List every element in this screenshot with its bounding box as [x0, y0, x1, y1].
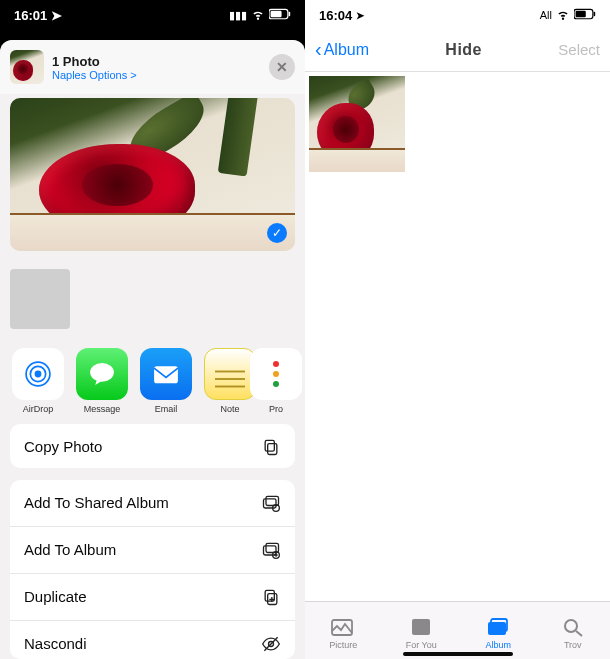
chevron-left-icon: ‹	[315, 38, 322, 61]
close-button[interactable]: ✕	[269, 54, 295, 80]
svg-line-31	[576, 631, 582, 636]
action-group-main: Add To Shared Album Add To Album Duplica…	[10, 480, 295, 659]
status-bar-right: 16:04 ➤ All	[305, 0, 610, 28]
app-messages[interactable]: Message	[74, 348, 130, 414]
back-button[interactable]: ‹ Album	[315, 38, 369, 61]
add-shared-album-action[interactable]: Add To Shared Album	[10, 480, 295, 527]
share-sheet-header: 1 Photo Naples Options > ✕	[0, 40, 305, 94]
app-airdrop[interactable]: AirDrop	[10, 348, 66, 414]
svg-rect-7	[154, 367, 178, 384]
eye-off-icon	[261, 634, 281, 654]
airdrop-contact-placeholder[interactable]	[10, 269, 70, 329]
photo-grid	[305, 72, 610, 601]
status-time: 16:01	[14, 8, 47, 23]
search-icon	[560, 616, 586, 638]
add-album-action[interactable]: Add To Album	[10, 527, 295, 574]
photo-thumbnail[interactable]	[309, 76, 405, 172]
select-button[interactable]: Select	[558, 41, 600, 58]
share-subtitle[interactable]: Naples Options >	[52, 69, 261, 81]
app-label: Email	[155, 404, 178, 414]
tab-bar: Picture For You Album Trov	[305, 601, 610, 659]
location-arrow-icon: ➤	[51, 8, 62, 23]
svg-rect-12	[265, 440, 274, 451]
photo-preview[interactable]: ✓	[10, 98, 295, 251]
tab-picture[interactable]: Picture	[329, 616, 357, 650]
tab-label: Picture	[329, 640, 357, 650]
album-plus-icon	[261, 540, 281, 560]
home-indicator[interactable]	[403, 652, 513, 656]
header-thumbnail	[10, 50, 44, 84]
foryou-icon	[408, 616, 434, 638]
airdrop-contacts-row	[0, 261, 305, 338]
tab-album[interactable]: Album	[485, 616, 511, 650]
notes-icon	[204, 348, 256, 400]
tab-label: For You	[406, 640, 437, 650]
svg-rect-1	[271, 11, 282, 17]
signal-icon: ▮▮▮	[229, 9, 247, 22]
app-mail[interactable]: Email	[138, 348, 194, 414]
app-label: Pro	[269, 404, 283, 414]
svg-point-30	[565, 620, 577, 632]
app-more[interactable]: Pro	[266, 348, 286, 414]
duplicate-action[interactable]: Duplicate	[10, 574, 295, 621]
page-title: Hide	[445, 41, 482, 59]
close-icon: ✕	[276, 59, 288, 75]
mail-icon	[140, 348, 192, 400]
wifi-icon	[556, 7, 570, 23]
hide-action[interactable]: Nascondi	[10, 621, 295, 659]
svg-point-3	[35, 371, 42, 378]
album-icon	[485, 616, 511, 638]
photos-icon	[330, 616, 356, 638]
back-label: Album	[324, 41, 369, 59]
action-label: Nascondi	[24, 635, 87, 652]
copy-photo-action[interactable]: Copy Photo	[10, 424, 295, 468]
battery-icon	[269, 8, 291, 22]
svg-rect-11	[268, 443, 277, 454]
action-label: Copy Photo	[24, 438, 102, 455]
share-apps-row: AirDrop Message Email	[0, 338, 305, 417]
action-label: Add To Album	[24, 541, 116, 558]
tab-label: Album	[485, 640, 511, 650]
app-label: Note	[220, 404, 239, 414]
copy-icon	[261, 437, 281, 457]
messages-icon	[76, 348, 128, 400]
wifi-icon	[251, 7, 265, 23]
shared-album-icon	[261, 493, 281, 513]
location-arrow-icon: ➤	[356, 10, 364, 21]
left-phone: 16:01 ➤ ▮▮▮ 1 Photo Naples Op	[0, 0, 305, 659]
svg-rect-25	[594, 12, 596, 17]
status-time: 16:04	[319, 8, 352, 23]
share-title: 1 Photo	[52, 54, 261, 69]
action-label: Add To Shared Album	[24, 494, 169, 511]
action-label: Duplicate	[24, 588, 87, 605]
tab-foryou[interactable]: For You	[406, 616, 437, 650]
status-bar-left: 16:01 ➤ ▮▮▮	[0, 0, 305, 28]
more-icon	[250, 348, 302, 400]
battery-icon	[574, 8, 596, 22]
nav-bar: ‹ Album Hide Select	[305, 28, 610, 72]
share-sheet: 1 Photo Naples Options > ✕ ✓	[0, 40, 305, 659]
status-right-text: All	[540, 9, 552, 21]
tab-search[interactable]: Trov	[560, 616, 586, 650]
svg-rect-2	[289, 12, 291, 17]
svg-rect-27	[412, 619, 430, 635]
airdrop-icon	[12, 348, 64, 400]
tab-label: Trov	[564, 640, 582, 650]
right-phone: 16:04 ➤ All ‹ Album Hide Select	[305, 0, 610, 659]
app-label: Message	[84, 404, 121, 414]
app-label: AirDrop	[23, 404, 54, 414]
svg-point-6	[90, 363, 114, 382]
svg-rect-24	[576, 11, 586, 17]
duplicate-icon	[261, 587, 281, 607]
action-group-copy: Copy Photo	[10, 424, 295, 468]
